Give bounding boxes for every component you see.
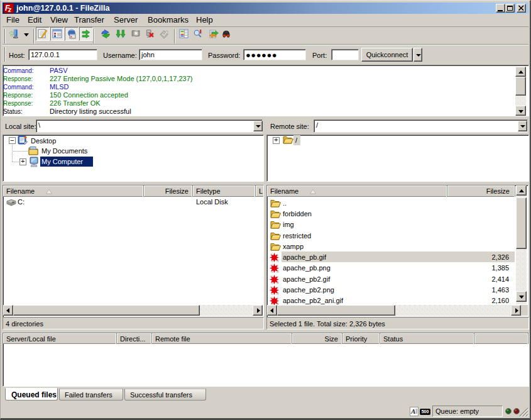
svg-text:z: z bbox=[8, 6, 11, 13]
svg-text:A: A bbox=[410, 407, 415, 415]
